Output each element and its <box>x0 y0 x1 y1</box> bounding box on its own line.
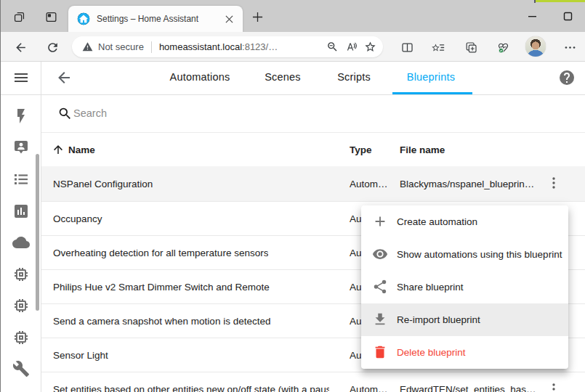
search-row <box>41 95 585 133</box>
back-icon[interactable] <box>10 37 31 57</box>
help-icon[interactable] <box>558 69 576 86</box>
flash-icon[interactable] <box>12 107 30 125</box>
browser-essentials-icon[interactable] <box>493 37 513 57</box>
active-tab-indicator <box>392 92 472 94</box>
minimize-icon[interactable] <box>520 6 544 26</box>
search-icon <box>57 106 73 121</box>
browser-tab[interactable]: Settings – Home Assistant <box>68 6 243 32</box>
browser-toolbar: Not secure homeassistant.local :8123/… <box>0 32 585 62</box>
chip-icon[interactable] <box>12 329 30 346</box>
menu-item-show-automations[interactable]: Show automations using this blueprint <box>361 238 568 271</box>
trash-icon <box>372 344 390 362</box>
row-name: Set entities based on other entities new… <box>53 384 329 392</box>
menu-item-label: Re-import blueprint <box>397 314 480 325</box>
tab-close-icon[interactable] <box>222 12 235 25</box>
sidebar-scrollbar[interactable] <box>36 154 39 311</box>
table-header: Name Type File name <box>41 133 585 167</box>
row-name: Overheating detection for all temperatur… <box>53 248 268 258</box>
list-icon[interactable] <box>12 171 30 188</box>
row-overflow-icon[interactable] <box>545 174 562 192</box>
address-bar[interactable]: Not secure homeassistant.local :8123/… <box>72 36 383 57</box>
row-type: Autom… <box>350 179 388 189</box>
zoom-icon[interactable] <box>323 38 341 56</box>
plus-icon <box>372 213 390 231</box>
collections-add-icon[interactable] <box>461 37 481 57</box>
menu-item-share-blueprint[interactable]: Share blueprint <box>361 271 568 303</box>
eye-icon <box>372 246 390 264</box>
sort-ascending-icon[interactable] <box>52 143 65 156</box>
row-name: Occupancy <box>53 213 102 224</box>
tab-blueprints[interactable]: Blueprints <box>407 71 455 83</box>
row-overflow-icon[interactable] <box>545 380 562 392</box>
refresh-icon[interactable] <box>42 37 62 57</box>
row-type: Autom… <box>350 384 388 392</box>
share-icon <box>372 279 390 296</box>
person-badge-icon[interactable] <box>12 139 30 156</box>
table-row[interactable]: NSPanel Configuration Autom… Blackymas/n… <box>41 166 585 202</box>
more-menu-icon[interactable] <box>560 37 580 57</box>
header-divider <box>0 94 585 95</box>
home-assistant-favicon-icon <box>77 12 90 25</box>
chip-icon[interactable] <box>12 297 30 314</box>
workspaces-icon[interactable] <box>9 7 29 27</box>
tab-scenes[interactable]: Scenes <box>265 71 301 83</box>
download-icon <box>372 311 390 329</box>
row-name: NSPanel Configuration <box>53 179 153 189</box>
favorites-hub-icon[interactable] <box>428 37 448 57</box>
row-name: Sensor Light <box>53 350 108 361</box>
favorite-star-icon[interactable] <box>361 38 379 56</box>
window-left-edge <box>0 0 1 392</box>
row-name: Send a camera snapshot when motion is de… <box>53 316 270 327</box>
menu-item-label: Create automation <box>397 216 477 227</box>
tab-title: Settings – Home Assistant <box>97 14 222 24</box>
search-input[interactable] <box>73 104 364 123</box>
row-file: EdwardTEN/set_entities_has… <box>400 384 536 392</box>
tab-scripts[interactable]: Scripts <box>337 71 371 83</box>
ha-app-header: Automations Scenes Scripts Blueprints <box>41 62 585 94</box>
vertical-tabs-icon[interactable] <box>41 7 61 27</box>
read-aloud-icon[interactable] <box>342 38 360 56</box>
menu-item-delete-blueprint[interactable]: Delete blueprint <box>361 336 568 369</box>
menu-item-create-automation[interactable]: Create automation <box>361 205 568 238</box>
split-screen-icon[interactable] <box>397 37 417 57</box>
url-host: homeassistant.local <box>159 41 242 52</box>
cloud-icon[interactable] <box>12 234 30 251</box>
column-header-type[interactable]: Type <box>350 144 372 155</box>
menu-item-reimport-blueprint[interactable]: Re-import blueprint <box>361 303 568 336</box>
not-secure-warning-icon <box>82 41 93 52</box>
chart-icon[interactable] <box>12 203 30 220</box>
wrench-icon[interactable] <box>12 360 30 377</box>
browser-titlebar: Settings – Home Assistant <box>0 0 585 32</box>
address-separator <box>151 41 152 53</box>
column-header-name[interactable]: Name <box>68 144 95 155</box>
menu-item-label: Share blueprint <box>397 282 464 293</box>
maximize-icon[interactable] <box>556 6 579 26</box>
browser-window: Settings – Home Assistant Not secure <box>0 0 585 392</box>
not-secure-label: Not secure <box>98 41 144 52</box>
chip-icon[interactable] <box>12 266 30 283</box>
row-name: Philips Hue v2 Smart Dimmer Switch and R… <box>53 282 270 293</box>
tab-automations[interactable]: Automations <box>170 71 230 83</box>
menu-item-label: Show automations using this blueprint <box>397 249 562 260</box>
ha-back-icon[interactable] <box>55 69 73 86</box>
menu-item-label: Delete blueprint <box>397 347 466 358</box>
menu-icon[interactable] <box>12 69 30 86</box>
background-strip <box>536 0 585 2</box>
row-file: Blackymas/nspanel_blueprin… <box>400 179 534 189</box>
home-assistant-page: Automations Scenes Scripts Blueprints <box>0 62 585 392</box>
blueprint-context-menu: Create automation Show automations using… <box>361 205 568 369</box>
url-path: :8123/… <box>242 41 278 52</box>
column-header-file[interactable]: File name <box>400 144 445 155</box>
ha-sidebar <box>0 62 41 392</box>
profile-avatar[interactable] <box>525 36 546 57</box>
new-tab-icon[interactable] <box>249 8 266 25</box>
table-row[interactable]: Set entities based on other entities new… <box>41 372 585 392</box>
